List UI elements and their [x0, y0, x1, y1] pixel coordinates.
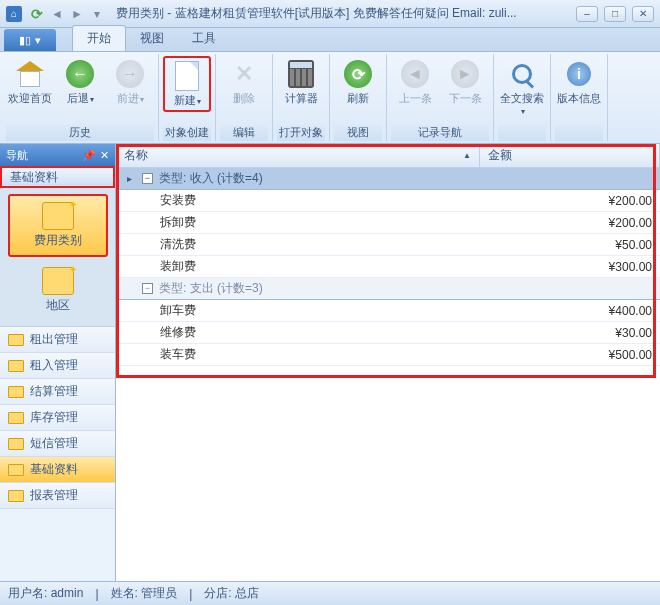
ribbon-group-history: 欢迎首页 ← 后退 → 前进 历史 — [2, 54, 159, 141]
nav-item[interactable]: 报表管理 — [0, 483, 115, 509]
ribbon-group-open: 计算器 打开对象 — [273, 54, 330, 141]
qat-forward-icon[interactable]: ► — [68, 5, 86, 23]
next-icon: ► — [449, 58, 481, 90]
ribbon-group-create: 新建 对象创建 — [159, 54, 216, 141]
nav-item[interactable]: 短信管理 — [0, 431, 115, 457]
table-row[interactable]: 清洗费¥50.00 — [116, 234, 660, 256]
collapse-icon[interactable]: − — [142, 283, 153, 294]
nav-section-base[interactable]: 基础资料 — [0, 166, 115, 188]
nav-icon-region[interactable]: 地区 — [8, 261, 108, 320]
tab-view[interactable]: 视图 — [126, 26, 178, 51]
nav-item[interactable]: 基础资料 — [0, 457, 115, 483]
folder-icon — [8, 490, 24, 502]
qat-refresh-icon[interactable]: ⟳ — [28, 5, 46, 23]
folder-icon — [8, 334, 24, 346]
calculator-icon — [285, 58, 317, 90]
forward-icon: → — [114, 58, 146, 90]
tab-tools[interactable]: 工具 — [178, 26, 230, 51]
refresh-icon: ⟳ — [342, 58, 374, 90]
grid-header: 名称 金额 — [116, 144, 660, 168]
ribbon-group-view: ⟳ 刷新 视图 — [330, 54, 387, 141]
nav-icons: 费用类别 地区 — [0, 188, 115, 326]
qat-dropdown-icon[interactable]: ▾ — [88, 5, 106, 23]
prev-record-button[interactable]: ◄ 上一条 — [391, 56, 439, 106]
ribbon-group-version: i 版本信息 — [551, 54, 608, 141]
window-buttons: – □ ✕ — [576, 6, 654, 22]
document-icon — [171, 60, 203, 92]
delete-icon: ✕ — [228, 58, 260, 90]
status-bar: 用户名: admin | 姓名: 管理员 | 分店: 总店 — [0, 581, 660, 605]
window-title: 费用类别 - 蓝格建材租赁管理软件[试用版本] 免费解答任何疑问 Email: … — [106, 5, 576, 22]
maximize-button[interactable]: □ — [604, 6, 626, 22]
nav-header: 导航 📌✕ — [0, 144, 115, 166]
title-bar: ⌂ ⟳ ◄ ► ▾ 费用类别 - 蓝格建材租赁管理软件[试用版本] 免费解答任何… — [0, 0, 660, 28]
calculator-button[interactable]: 计算器 — [277, 56, 325, 106]
nav-item[interactable]: 结算管理 — [0, 379, 115, 405]
fulltext-search-button[interactable]: 全文搜索 — [498, 56, 546, 120]
qat-back-icon[interactable]: ◄ — [48, 5, 66, 23]
grid-body: ▸−类型: 收入 (计数=4)安装费¥200.00拆卸费¥200.00清洗费¥5… — [116, 168, 660, 366]
main-area: 导航 📌✕ 基础资料 费用类别 地区 租出管理租入管理结算管理库存管理短信管理基… — [0, 144, 660, 581]
back-button[interactable]: ← 后退 — [56, 56, 104, 108]
ribbon-group-recnav: ◄ 上一条 ► 下一条 记录导航 — [387, 54, 494, 141]
folder-icon — [8, 360, 24, 372]
table-row[interactable]: 维修费¥30.00 — [116, 322, 660, 344]
nav-list: 租出管理租入管理结算管理库存管理短信管理基础资料报表管理 — [0, 326, 115, 581]
status-name: 姓名: 管理员 — [111, 585, 178, 602]
back-icon: ← — [64, 58, 96, 90]
folder-icon — [8, 386, 24, 398]
nav-item[interactable]: 租入管理 — [0, 353, 115, 379]
delete-button[interactable]: ✕ 删除 — [220, 56, 268, 106]
version-info-button[interactable]: i 版本信息 — [555, 56, 603, 106]
home-button[interactable]: 欢迎首页 — [6, 56, 54, 106]
table-row[interactable]: 拆卸费¥200.00 — [116, 212, 660, 234]
data-grid[interactable]: 名称 金额 ▸−类型: 收入 (计数=4)安装费¥200.00拆卸费¥200.0… — [116, 144, 660, 581]
row-pointer-icon: ▸ — [122, 173, 136, 184]
nav-sidebar: 导航 📌✕ 基础资料 费用类别 地区 租出管理租入管理结算管理库存管理短信管理基… — [0, 144, 116, 581]
status-branch: 分店: 总店 — [204, 585, 259, 602]
ribbon: 欢迎首页 ← 后退 → 前进 历史 新建 对象创建 ✕ 删除 — [0, 52, 660, 144]
category-icon — [42, 202, 74, 230]
ribbon-tabs: ▮▯ ▾ 开始 视图 工具 — [0, 28, 660, 52]
forward-button[interactable]: → 前进 — [106, 56, 154, 108]
app-menu-icon[interactable]: ⌂ — [6, 6, 22, 22]
table-row[interactable]: 安装费¥200.00 — [116, 190, 660, 212]
column-amount[interactable]: 金额 — [480, 144, 660, 167]
group-row[interactable]: ▸−类型: 收入 (计数=4) — [116, 168, 660, 190]
search-icon — [506, 58, 538, 90]
nav-close-icon[interactable]: ✕ — [100, 149, 109, 162]
tab-start[interactable]: 开始 — [72, 25, 126, 51]
home-icon — [14, 58, 46, 90]
prev-icon: ◄ — [399, 58, 431, 90]
nav-pin-icon[interactable]: 📌 — [82, 149, 96, 162]
quick-access-toolbar: ⟳ ◄ ► ▾ — [28, 5, 106, 23]
table-row[interactable]: 装车费¥500.00 — [116, 344, 660, 366]
new-button[interactable]: 新建 — [163, 56, 211, 112]
ribbon-group-search: 全文搜索 — [494, 54, 551, 141]
group-row[interactable]: −类型: 支出 (计数=3) — [116, 278, 660, 300]
nav-item[interactable]: 租出管理 — [0, 327, 115, 353]
collapse-icon[interactable]: − — [142, 173, 153, 184]
nav-item[interactable]: 库存管理 — [0, 405, 115, 431]
ribbon-group-edit: ✕ 删除 编辑 — [216, 54, 273, 141]
status-user: 用户名: admin — [8, 585, 83, 602]
info-icon: i — [563, 58, 595, 90]
refresh-button[interactable]: ⟳ 刷新 — [334, 56, 382, 106]
folder-icon — [8, 412, 24, 424]
close-button[interactable]: ✕ — [632, 6, 654, 22]
region-icon — [42, 267, 74, 295]
file-menu-button[interactable]: ▮▯ ▾ — [4, 29, 56, 51]
folder-icon — [8, 464, 24, 476]
folder-icon — [8, 438, 24, 450]
minimize-button[interactable]: – — [576, 6, 598, 22]
column-name[interactable]: 名称 — [116, 144, 480, 167]
table-row[interactable]: 装卸费¥300.00 — [116, 256, 660, 278]
grid-wrap: 名称 金额 ▸−类型: 收入 (计数=4)安装费¥200.00拆卸费¥200.0… — [116, 144, 660, 581]
nav-icon-category[interactable]: 费用类别 — [8, 194, 108, 257]
next-record-button[interactable]: ► 下一条 — [441, 56, 489, 106]
table-row[interactable]: 卸车费¥400.00 — [116, 300, 660, 322]
